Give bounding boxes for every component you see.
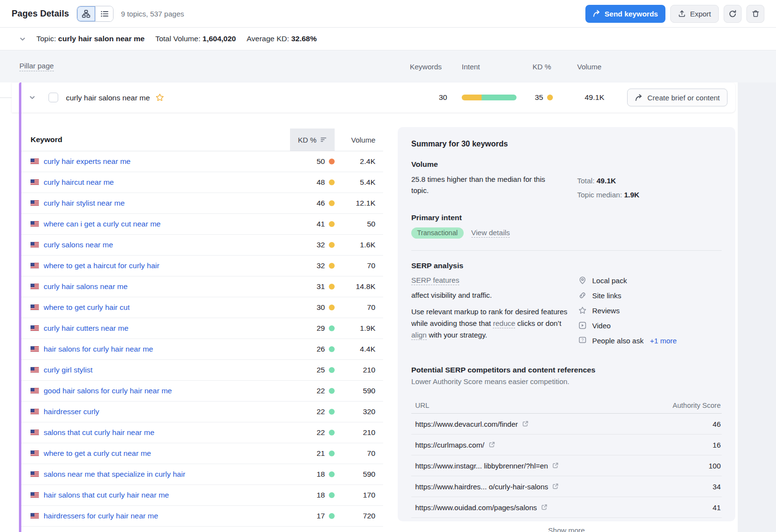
map-pin-icon xyxy=(578,276,587,285)
serp-line2: affect visibility and traffic. xyxy=(411,291,571,299)
external-link-icon[interactable] xyxy=(522,420,529,427)
keyword-link[interactable]: hairdresser curly xyxy=(44,407,99,416)
sort-descending-icon xyxy=(320,137,327,143)
volume-value: 5.4K xyxy=(335,178,375,187)
us-flag-icon xyxy=(31,284,39,290)
keyword-row: curly hair stylist near me 46 12.1K xyxy=(21,193,383,214)
refresh-button[interactable] xyxy=(724,5,742,23)
kd-sort-header[interactable]: KD % xyxy=(290,129,335,151)
volume-value: 590 xyxy=(335,470,375,479)
competitors-table: URL Authority Score https://www.devacurl… xyxy=(411,397,722,518)
competitor-url-link[interactable]: https://curlmaps.com/ xyxy=(415,441,485,449)
align-link[interactable]: align xyxy=(411,331,427,340)
volume-value: 70 xyxy=(335,261,375,270)
us-flag-icon xyxy=(31,409,39,415)
summary-title: Summary for 30 keywords xyxy=(411,140,722,148)
keyword-row: curly girl stylist 25 210 xyxy=(21,360,383,381)
pillar-page-column-header[interactable]: Pillar page xyxy=(19,62,54,71)
send-keywords-button[interactable]: Send keywords xyxy=(585,5,665,23)
keyword-link[interactable]: curly hair salons near me xyxy=(44,282,128,291)
us-flag-icon xyxy=(31,159,39,164)
export-icon xyxy=(678,10,686,17)
keyword-link[interactable]: hair salons that cut curly hair near me xyxy=(44,491,169,500)
external-link-icon[interactable] xyxy=(552,483,559,490)
kd-level-dot xyxy=(329,305,335,310)
more-features-link[interactable]: +1 more xyxy=(650,337,677,345)
kd-value: 32 xyxy=(317,241,325,249)
volume-column-header: Volume xyxy=(577,63,601,71)
pillar-checkbox[interactable] xyxy=(48,93,58,102)
total-value: 49.1K xyxy=(597,177,616,185)
competitor-url-link[interactable]: https://www.devacurl.com/finder xyxy=(415,420,518,428)
competitor-url-link[interactable]: https://www.ouidad.com/pages/salons xyxy=(415,503,537,512)
keyword-link[interactable]: hairdressers for curly hair near me xyxy=(44,512,158,520)
keyword-rows: curly hair experts near me 50 2.4K curly… xyxy=(21,151,383,527)
list-view-button[interactable] xyxy=(95,6,113,21)
create-brief-button[interactable]: Create brief or content xyxy=(627,89,728,107)
volume-section-heading: Volume xyxy=(411,160,722,169)
keyword-link[interactable]: curly hair cutters near me xyxy=(44,324,129,333)
kd-value: 46 xyxy=(317,199,325,208)
hierarchy-view-button[interactable] xyxy=(77,6,95,21)
play-square-icon xyxy=(578,321,587,330)
kd-level-dot xyxy=(329,179,335,185)
kd-value: 41 xyxy=(317,220,325,228)
volume-value: 210 xyxy=(335,428,375,437)
delete-button[interactable] xyxy=(746,5,764,23)
show-more-link[interactable]: Show more xyxy=(548,526,585,532)
keyword-link[interactable]: where can i get a curly cut near me xyxy=(44,220,161,228)
keyword-link[interactable]: good hair salons for curly hair near me xyxy=(44,387,172,395)
kd-value: 48 xyxy=(317,178,325,187)
view-details-link[interactable]: View details xyxy=(471,228,510,238)
intent-segment xyxy=(462,95,482,100)
keyword-link[interactable]: curly hair stylist near me xyxy=(44,199,125,208)
feature-people-also-ask: ? People also ask +1 more xyxy=(578,336,722,345)
kd-value: 17 xyxy=(317,512,325,520)
kd-level-dot xyxy=(329,367,335,373)
keyword-link[interactable]: hair salons for curly hair near me xyxy=(44,345,153,354)
kd-level-dot xyxy=(329,284,335,290)
us-flag-icon xyxy=(31,242,39,248)
external-link-icon[interactable] xyxy=(552,462,559,469)
competitor-url-link[interactable]: https://www.hairdres... o/curly-hair-sal… xyxy=(415,483,548,491)
kd-level-dot xyxy=(329,492,335,498)
competitor-url-link[interactable]: https://www.instagr... libbybrenner/?hl=… xyxy=(415,462,548,470)
pillar-expand-chevron-icon[interactable] xyxy=(29,95,35,101)
external-link-icon[interactable] xyxy=(541,504,548,511)
keyword-row: good hair salons for curly hair near me … xyxy=(21,381,383,402)
pillar-columns-header: Pillar page Keywords Intent KD % Volume xyxy=(0,50,776,82)
volume-value: 210 xyxy=(335,366,375,374)
keyword-link[interactable]: salons near me that specialize in curly … xyxy=(44,470,185,479)
kd-level-dot xyxy=(329,451,335,456)
kd-value: 22 xyxy=(317,407,325,416)
keyword-link[interactable]: curly hair experts near me xyxy=(44,157,130,166)
keyword-link[interactable]: curly girl stylist xyxy=(44,366,93,374)
serp-features-link[interactable]: SERP features xyxy=(411,276,459,285)
reduce-link[interactable]: reduce xyxy=(493,319,515,328)
us-flag-icon xyxy=(31,430,39,435)
keyword-link[interactable]: where to get a curly cut near me xyxy=(44,449,151,458)
keyword-table: Keyword KD % Volume curly hair experts n… xyxy=(21,129,383,527)
us-flag-icon xyxy=(31,305,39,310)
authority-score-column-header: Authority Score xyxy=(663,402,721,409)
competitor-row: https://www.hairdres... o/curly-hair-sal… xyxy=(411,476,722,497)
kd-level-dot xyxy=(547,95,553,100)
keyword-link[interactable]: where to get curly hair cut xyxy=(44,303,129,312)
competitor-row: https://curlmaps.com/ 16 xyxy=(411,435,722,455)
topics-pages-summary: 9 topics, 537 pages xyxy=(121,10,184,18)
keyword-link[interactable]: curly salons near me xyxy=(44,241,113,249)
us-flag-icon xyxy=(31,367,39,373)
favorite-star-icon[interactable] xyxy=(155,93,164,102)
keyword-row: where to get curly hair cut 30 70 xyxy=(21,297,383,318)
pillar-page-title[interactable]: curly hair salons near me xyxy=(66,93,150,102)
pillar-kd-value: 35 xyxy=(535,93,543,102)
keyword-link[interactable]: curly haircut near me xyxy=(44,178,114,187)
competitors-subheading: Lower Authority Score means easier compe… xyxy=(411,377,722,386)
topic-collapse-chevron-icon[interactable] xyxy=(19,36,26,42)
kd-column-header: KD % xyxy=(533,63,551,71)
export-button[interactable]: Export xyxy=(670,5,719,23)
external-link-icon[interactable] xyxy=(488,441,495,448)
keyword-link[interactable]: salons that cut curly hair near me xyxy=(44,428,154,437)
keyword-link[interactable]: where to get a haircut for curly hair xyxy=(44,261,160,270)
kd-level-dot xyxy=(329,221,335,227)
